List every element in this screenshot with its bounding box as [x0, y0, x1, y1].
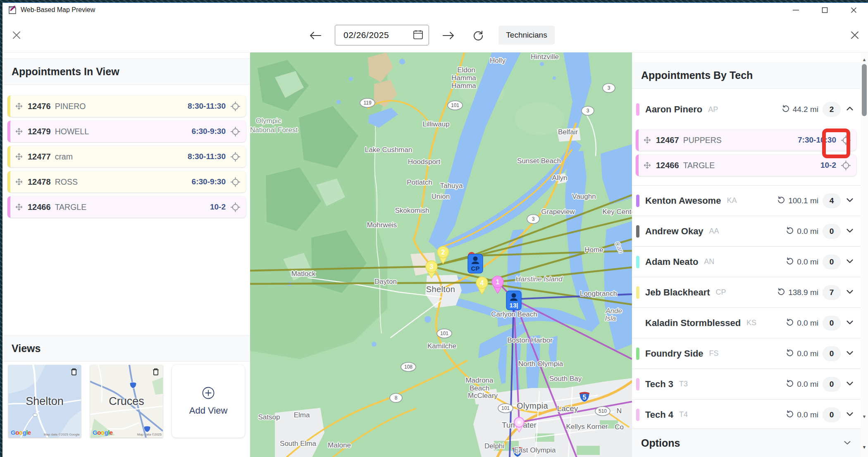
date-input[interactable]: 02/26/2025	[335, 25, 429, 45]
map-label: Longbranch	[580, 290, 617, 298]
move-handle-icon[interactable]	[643, 136, 652, 145]
tech-appointment-count-badge: 0	[823, 346, 841, 361]
tech-row[interactable]: Kenton AwesomeKA100.1 mi4	[632, 186, 861, 216]
tech-appointment-count-badge: 0	[823, 316, 841, 331]
svg-text:3: 3	[532, 216, 535, 222]
calendar-icon[interactable]	[413, 29, 424, 42]
options-chevron-down-icon[interactable]	[842, 438, 852, 449]
tech-name: Jeb Blackheart	[645, 287, 710, 298]
tech-initials: KS	[746, 319, 756, 327]
delete-view-icon[interactable]	[151, 367, 160, 378]
road-shield-101: 101	[437, 329, 452, 338]
previous-day-button[interactable]	[308, 29, 322, 43]
move-handle-icon[interactable]	[643, 161, 652, 170]
close-panel-right-icon[interactable]	[849, 29, 861, 41]
appointment-row[interactable]: 12467PUPPERS7:30-10:30	[636, 129, 856, 151]
chevron-down-icon[interactable]	[845, 287, 855, 298]
map[interactable]: 119101333101108810151055 HollyHintzville…	[250, 52, 632, 457]
delete-view-icon[interactable]	[69, 367, 79, 378]
chevron-down-icon[interactable]	[845, 378, 855, 390]
locate-crosshair-icon[interactable]	[230, 176, 241, 188]
appointment-name: HOWELL	[55, 127, 89, 136]
tech-miles-value: 44.2 mi	[793, 105, 818, 114]
tech-miles: 0.0 mi	[785, 379, 818, 390]
appointment-row[interactable]: 12476PINERO8:30-11:30	[7, 95, 246, 117]
locate-crosshair-icon[interactable]	[840, 135, 851, 146]
add-view-button[interactable]: Add View	[172, 365, 245, 438]
tech-row[interactable]: Tech 3T30.0 mi0	[632, 369, 861, 400]
chevron-down-icon[interactable]	[845, 195, 855, 207]
scroll-thumb[interactable]	[862, 64, 867, 116]
appointment-row[interactable]: 12466TARGLE10-2	[7, 196, 246, 218]
locate-crosshair-icon[interactable]	[840, 160, 851, 171]
window-title: Web-Based Map Preview	[21, 6, 95, 14]
google-logo: Google	[93, 429, 113, 436]
tech-color-marker	[636, 286, 639, 299]
tech-initials: CP	[716, 288, 726, 297]
locate-crosshair-icon[interactable]	[230, 202, 241, 213]
maximize-button[interactable]	[810, 3, 839, 17]
tech-row[interactable]: Jeb BlackheartCP138.9 mi7	[632, 277, 861, 308]
appointment-row[interactable]: 12477cram8:30-11:30	[7, 146, 246, 167]
tech-color-marker	[636, 317, 639, 329]
locate-crosshair-icon[interactable]	[230, 151, 241, 162]
tech-color-marker	[636, 409, 639, 421]
tech-row[interactable]: Andrew OkayAA0.0 mi0	[632, 216, 861, 247]
map-label: Beach	[470, 384, 489, 392]
chevron-down-icon[interactable]	[845, 317, 855, 329]
move-handle-icon[interactable]	[14, 152, 24, 161]
tech-miles-value: 0.0 mi	[797, 319, 818, 328]
title-bar[interactable]: Web-Based Map Preview	[2, 3, 868, 17]
refresh-icon[interactable]	[471, 29, 485, 43]
app-icon	[7, 5, 17, 15]
view-thumbnail-shelton[interactable]: Shelton Google Map data ©2025 Google	[8, 365, 81, 438]
chevron-down-icon[interactable]	[845, 409, 855, 421]
chevron-down-icon[interactable]	[845, 226, 855, 237]
tech-appointment-count-badge: 0	[823, 407, 841, 422]
tech-row[interactable]: Tech 4T40.0 mi0	[632, 400, 861, 430]
chevron-down-icon[interactable]	[845, 348, 855, 359]
tech-location-marker-13[interactable]: 13|	[506, 291, 521, 310]
map-label: Shelton	[426, 285, 455, 294]
locate-crosshair-icon[interactable]	[230, 126, 241, 137]
appointment-row[interactable]: 12479HOWELL6:30-9:30	[7, 121, 246, 142]
move-handle-icon[interactable]	[14, 102, 24, 111]
appointment-row[interactable]: 12466TARGLE10-2	[636, 155, 856, 176]
tech-appointment-count-badge: 7	[823, 285, 841, 300]
move-handle-icon[interactable]	[14, 177, 24, 186]
map-label: Olympic	[256, 117, 281, 125]
chevron-up-icon[interactable]	[845, 104, 855, 115]
move-handle-icon[interactable]	[14, 202, 24, 212]
outer-scroll-down-icon[interactable]: ▼	[861, 443, 868, 451]
tech-location-marker-CP[interactable]: CP	[468, 254, 483, 273]
view-thumbnail-cruces[interactable]: Cruces Google Map data ©2025	[90, 365, 163, 438]
locate-crosshair-icon[interactable]	[230, 101, 241, 112]
next-day-button[interactable]	[441, 29, 455, 43]
options-bar[interactable]: Options	[632, 428, 861, 457]
scroll-down-icon[interactable]: ▼	[861, 413, 868, 420]
road-shield-108: 108	[401, 362, 416, 371]
close-window-button[interactable]	[839, 3, 868, 17]
tech-row[interactable]: Aaron PineroAP44.2 mi2	[632, 98, 861, 121]
close-panel-left-icon[interactable]	[11, 29, 22, 41]
tech-row[interactable]: Adam NeatoAN0.0 mi0	[632, 247, 861, 277]
map-label: Isla	[605, 314, 616, 322]
map-label: Dayton	[374, 278, 397, 286]
tech-name: Tech 3	[645, 379, 673, 390]
road-shield-3: 3	[603, 83, 615, 93]
scrollbar[interactable]: ▲ ▼ ▼	[861, 52, 868, 457]
tech-miles-value: 0.0 mi	[797, 227, 818, 236]
minimize-button[interactable]	[781, 3, 810, 17]
tech-miles-value: 0.0 mi	[797, 349, 818, 358]
move-handle-icon[interactable]	[14, 127, 24, 136]
scroll-up-icon[interactable]: ▲	[861, 56, 868, 63]
road-shield-119: 119	[360, 98, 375, 107]
map-label: Hamma	[451, 82, 476, 90]
map-label: Ande	[605, 307, 622, 315]
tech-row[interactable]: Foundry SideFS0.0 mi0	[632, 338, 861, 369]
chevron-down-icon[interactable]	[845, 256, 855, 268]
tech-row[interactable]: Kaladin StormblessedKS0.0 mi0	[632, 308, 861, 338]
appointment-row[interactable]: 12478ROSS6:30-9:30	[7, 171, 246, 193]
technicians-button[interactable]: Technicians	[498, 26, 555, 45]
tech-row-right: 0.0 mi0	[785, 346, 855, 361]
